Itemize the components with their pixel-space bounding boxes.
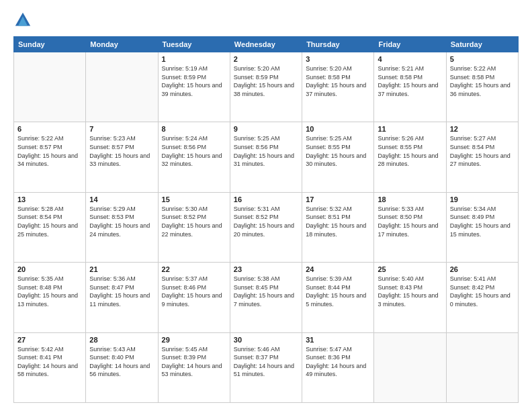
day-cell: 25Sunrise: 5:40 AM Sunset: 8:43 PM Dayli… <box>374 263 446 332</box>
day-cell: 31Sunrise: 5:47 AM Sunset: 8:36 PM Dayli… <box>302 332 374 402</box>
day-info: Sunrise: 5:20 AM Sunset: 8:59 PM Dayligh… <box>234 64 298 98</box>
day-number: 31 <box>306 336 370 344</box>
day-number: 25 <box>378 265 442 273</box>
day-cell: 13Sunrise: 5:28 AM Sunset: 8:54 PM Dayli… <box>14 192 86 262</box>
day-info: Sunrise: 5:41 AM Sunset: 8:42 PM Dayligh… <box>450 275 515 308</box>
day-info: Sunrise: 5:27 AM Sunset: 8:54 PM Dayligh… <box>450 134 515 168</box>
header-thursday: Thursday <box>302 37 374 52</box>
day-cell: 27Sunrise: 5:42 AM Sunset: 8:41 PM Dayli… <box>14 332 86 402</box>
day-cell: 20Sunrise: 5:35 AM Sunset: 8:48 PM Dayli… <box>14 263 86 332</box>
logo-icon <box>13 11 32 30</box>
day-number: 16 <box>234 195 298 203</box>
day-cell: 28Sunrise: 5:43 AM Sunset: 8:40 PM Dayli… <box>86 332 158 402</box>
day-info: Sunrise: 5:19 AM Sunset: 8:59 PM Dayligh… <box>162 64 226 98</box>
day-number: 26 <box>450 265 515 273</box>
day-cell: 4Sunrise: 5:21 AM Sunset: 8:58 PM Daylig… <box>374 52 446 122</box>
week-row-1: 6Sunrise: 5:22 AM Sunset: 8:57 PM Daylig… <box>14 122 519 192</box>
logo <box>13 11 35 30</box>
day-info: Sunrise: 5:33 AM Sunset: 8:50 PM Dayligh… <box>378 205 442 238</box>
day-cell <box>86 52 158 122</box>
day-cell <box>14 52 86 122</box>
day-number: 6 <box>17 125 82 133</box>
day-number: 12 <box>450 125 515 133</box>
day-cell: 24Sunrise: 5:39 AM Sunset: 8:44 PM Dayli… <box>302 263 374 332</box>
day-number: 1 <box>162 55 226 63</box>
day-cell: 19Sunrise: 5:34 AM Sunset: 8:49 PM Dayli… <box>446 192 518 262</box>
day-cell <box>374 332 446 402</box>
day-cell: 22Sunrise: 5:37 AM Sunset: 8:46 PM Dayli… <box>158 263 230 332</box>
day-number: 20 <box>17 265 82 273</box>
week-row-4: 27Sunrise: 5:42 AM Sunset: 8:41 PM Dayli… <box>14 332 519 402</box>
day-info: Sunrise: 5:23 AM Sunset: 8:57 PM Dayligh… <box>89 134 154 168</box>
day-info: Sunrise: 5:26 AM Sunset: 8:55 PM Dayligh… <box>378 134 442 168</box>
day-info: Sunrise: 5:28 AM Sunset: 8:54 PM Dayligh… <box>17 205 82 238</box>
day-info: Sunrise: 5:39 AM Sunset: 8:44 PM Dayligh… <box>306 275 370 308</box>
day-cell: 8Sunrise: 5:24 AM Sunset: 8:56 PM Daylig… <box>158 122 230 192</box>
day-number: 7 <box>89 125 154 133</box>
day-info: Sunrise: 5:25 AM Sunset: 8:55 PM Dayligh… <box>306 134 370 168</box>
day-info: Sunrise: 5:24 AM Sunset: 8:56 PM Dayligh… <box>162 134 226 168</box>
header-sunday: Sunday <box>14 37 86 52</box>
day-number: 22 <box>162 265 226 273</box>
day-number: 14 <box>89 195 154 203</box>
calendar-table: SundayMondayTuesdayWednesdayThursdayFrid… <box>13 36 519 403</box>
day-info: Sunrise: 5:34 AM Sunset: 8:49 PM Dayligh… <box>450 205 515 238</box>
day-cell: 17Sunrise: 5:32 AM Sunset: 8:51 PM Dayli… <box>302 192 374 262</box>
day-info: Sunrise: 5:36 AM Sunset: 8:47 PM Dayligh… <box>89 275 154 308</box>
day-cell: 15Sunrise: 5:30 AM Sunset: 8:52 PM Dayli… <box>158 192 230 262</box>
day-number: 5 <box>450 55 515 63</box>
week-row-3: 20Sunrise: 5:35 AM Sunset: 8:48 PM Dayli… <box>14 263 519 332</box>
header-row: SundayMondayTuesdayWednesdayThursdayFrid… <box>14 37 519 52</box>
day-number: 15 <box>162 195 226 203</box>
day-number: 19 <box>450 195 515 203</box>
day-cell: 14Sunrise: 5:29 AM Sunset: 8:53 PM Dayli… <box>86 192 158 262</box>
day-info: Sunrise: 5:38 AM Sunset: 8:45 PM Dayligh… <box>234 275 298 308</box>
day-cell <box>446 332 518 402</box>
day-cell: 2Sunrise: 5:20 AM Sunset: 8:59 PM Daylig… <box>230 52 302 122</box>
day-number: 23 <box>234 265 298 273</box>
day-cell: 18Sunrise: 5:33 AM Sunset: 8:50 PM Dayli… <box>374 192 446 262</box>
day-number: 10 <box>306 125 370 133</box>
day-info: Sunrise: 5:46 AM Sunset: 8:37 PM Dayligh… <box>234 345 298 379</box>
header-tuesday: Tuesday <box>158 37 230 52</box>
day-info: Sunrise: 5:29 AM Sunset: 8:53 PM Dayligh… <box>89 205 154 238</box>
day-info: Sunrise: 5:35 AM Sunset: 8:48 PM Dayligh… <box>17 275 82 308</box>
day-number: 8 <box>162 125 226 133</box>
day-number: 29 <box>162 336 226 344</box>
header-saturday: Saturday <box>446 37 518 52</box>
day-cell: 9Sunrise: 5:25 AM Sunset: 8:56 PM Daylig… <box>230 122 302 192</box>
day-cell: 6Sunrise: 5:22 AM Sunset: 8:57 PM Daylig… <box>14 122 86 192</box>
day-cell: 23Sunrise: 5:38 AM Sunset: 8:45 PM Dayli… <box>230 263 302 332</box>
day-info: Sunrise: 5:37 AM Sunset: 8:46 PM Dayligh… <box>162 275 226 308</box>
day-info: Sunrise: 5:31 AM Sunset: 8:52 PM Dayligh… <box>234 205 298 238</box>
day-cell: 29Sunrise: 5:45 AM Sunset: 8:39 PM Dayli… <box>158 332 230 402</box>
header-monday: Monday <box>86 37 158 52</box>
day-info: Sunrise: 5:22 AM Sunset: 8:58 PM Dayligh… <box>450 64 515 98</box>
header-wednesday: Wednesday <box>230 37 302 52</box>
day-number: 13 <box>17 195 82 203</box>
day-info: Sunrise: 5:43 AM Sunset: 8:40 PM Dayligh… <box>89 345 154 379</box>
week-row-0: 1Sunrise: 5:19 AM Sunset: 8:59 PM Daylig… <box>14 52 519 122</box>
day-info: Sunrise: 5:21 AM Sunset: 8:58 PM Dayligh… <box>378 64 442 98</box>
header <box>13 11 519 30</box>
day-cell: 26Sunrise: 5:41 AM Sunset: 8:42 PM Dayli… <box>446 263 518 332</box>
day-cell: 3Sunrise: 5:20 AM Sunset: 8:58 PM Daylig… <box>302 52 374 122</box>
day-info: Sunrise: 5:45 AM Sunset: 8:39 PM Dayligh… <box>162 345 226 379</box>
day-number: 17 <box>306 195 370 203</box>
day-number: 24 <box>306 265 370 273</box>
day-number: 9 <box>234 125 298 133</box>
day-cell: 16Sunrise: 5:31 AM Sunset: 8:52 PM Dayli… <box>230 192 302 262</box>
day-number: 2 <box>234 55 298 63</box>
day-number: 28 <box>89 336 154 344</box>
day-info: Sunrise: 5:30 AM Sunset: 8:52 PM Dayligh… <box>162 205 226 238</box>
day-number: 4 <box>378 55 442 63</box>
day-info: Sunrise: 5:25 AM Sunset: 8:56 PM Dayligh… <box>234 134 298 168</box>
day-cell: 30Sunrise: 5:46 AM Sunset: 8:37 PM Dayli… <box>230 332 302 402</box>
day-info: Sunrise: 5:20 AM Sunset: 8:58 PM Dayligh… <box>306 64 370 98</box>
day-cell: 5Sunrise: 5:22 AM Sunset: 8:58 PM Daylig… <box>446 52 518 122</box>
day-number: 3 <box>306 55 370 63</box>
day-number: 27 <box>17 336 82 344</box>
day-info: Sunrise: 5:32 AM Sunset: 8:51 PM Dayligh… <box>306 205 370 238</box>
day-cell: 12Sunrise: 5:27 AM Sunset: 8:54 PM Dayli… <box>446 122 518 192</box>
day-cell: 21Sunrise: 5:36 AM Sunset: 8:47 PM Dayli… <box>86 263 158 332</box>
